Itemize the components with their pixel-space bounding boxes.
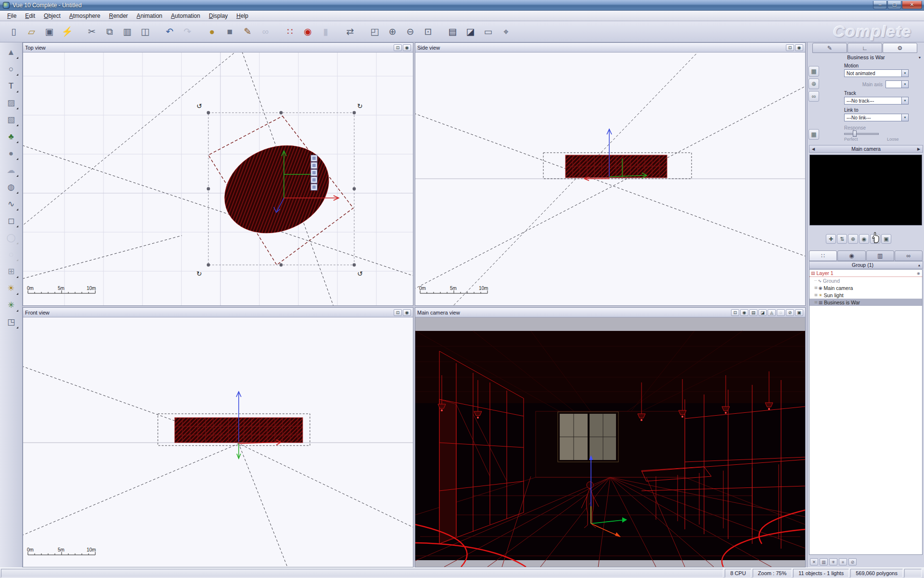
effects-icon[interactable]: ◬ (768, 309, 776, 316)
edit-object-button[interactable]: ✎ (239, 23, 256, 40)
menu-item[interactable]: Help (232, 11, 253, 21)
grid-toggle-icon[interactable]: ◌ (777, 309, 785, 316)
menu-item[interactable]: File (3, 11, 21, 21)
sphere-tool[interactable]: ○ (2, 61, 20, 78)
vegetation-tool[interactable]: ♣ (2, 128, 20, 145)
open-button[interactable]: ▱ (23, 23, 40, 40)
expand-icon[interactable]: ⊞ (814, 300, 818, 304)
collapse-icon[interactable]: ▴ (916, 263, 923, 267)
tree-item-main-camera[interactable]: ⊞ ◉ Main camera (809, 284, 922, 291)
render-button[interactable]: ◉ (299, 23, 316, 40)
light-tool[interactable]: ☀ (2, 280, 20, 297)
unlink-button[interactable]: ∞ (257, 23, 274, 40)
menu-item[interactable]: Render (104, 11, 132, 21)
render-viewport-icon[interactable]: ◉ (740, 309, 748, 316)
list-icon[interactable]: ≡ (839, 558, 847, 565)
tree-item-ground[interactable]: ┈ ∿ Ground (809, 277, 922, 284)
add-sphere-button[interactable]: ● (204, 23, 220, 40)
menu-item[interactable]: Automation (167, 11, 205, 21)
zoom-preview-icon[interactable]: ⊕ (848, 234, 858, 244)
material-icon[interactable]: ▦ (808, 66, 819, 77)
render-area-button[interactable]: ▭ (480, 23, 497, 40)
save-view-icon[interactable]: ▣ (881, 234, 891, 244)
display-mode-icon[interactable]: ▤ (749, 309, 757, 316)
camera-viewport-titlebar[interactable]: Main camera view ⊡◉▤◪◬◌⊘▣ (415, 308, 805, 317)
viewport-options-icon[interactable]: ◉ (403, 44, 411, 51)
text-tool[interactable]: T (2, 78, 20, 94)
delete-icon[interactable]: ✕ (810, 558, 818, 565)
metacloud-tool[interactable]: ☁ (2, 162, 20, 179)
menu-item[interactable]: Object (39, 11, 65, 21)
lock-icon[interactable]: ⊘ (848, 558, 857, 565)
track-dropdown[interactable]: ---No track--- ▼ (844, 97, 909, 105)
snapshot-button[interactable]: ⌖ (498, 23, 514, 40)
display-options-button[interactable]: ∷ (282, 23, 298, 40)
planet-tool[interactable]: ◯ (2, 229, 20, 246)
next-camera-icon[interactable]: ▶ (915, 147, 923, 151)
front-view-canvas[interactable]: 0m 5m 10m (23, 317, 413, 567)
maximize-viewport-icon[interactable]: ⊡ (731, 309, 739, 316)
render-options-button[interactable]: ▤ (444, 23, 461, 40)
selected-object-side[interactable] (565, 155, 667, 178)
tree-item-business-is-war[interactable]: ⊞ ▦ Business is War (809, 299, 922, 306)
links-tab[interactable]: ∞ (895, 250, 923, 261)
menu-item[interactable]: Atmosphere (65, 11, 105, 21)
rock-tool[interactable]: ● (2, 145, 20, 162)
dropdown-arrow-icon[interactable]: ▼ (901, 97, 908, 104)
cut-button[interactable]: ✂ (83, 23, 100, 40)
tree-item-sun-light[interactable]: ⊞ ☀ Sun light (809, 291, 922, 299)
motion-dropdown[interactable]: Not animated ▼ (844, 69, 909, 77)
pan-icon[interactable]: ⇅ (837, 234, 847, 244)
response-slider[interactable] (844, 133, 879, 135)
lock-view-icon[interactable]: ⊘ (786, 309, 794, 316)
new-scene-button[interactable]: ▯ (5, 23, 22, 40)
camera-target-tool[interactable]: ◳ (2, 314, 20, 330)
numerics-tab[interactable]: ∟ (847, 43, 882, 53)
fit-view-button[interactable]: ⊡ (420, 23, 436, 40)
maximize-viewport-icon[interactable]: ⊡ (394, 44, 402, 51)
top-view-canvas[interactable]: ↺↻ ↻↺ (23, 53, 413, 305)
render-display-button[interactable]: ▮ (317, 23, 334, 40)
expand-icon[interactable]: ⊞ (814, 293, 818, 297)
pan-hand-icon[interactable]: ✚ (826, 234, 836, 244)
constraint-toolbar[interactable] (311, 155, 317, 190)
aspect-tab[interactable]: ✎ (812, 43, 847, 53)
library-tab[interactable]: ▥ (866, 250, 894, 261)
camera-preview[interactable] (809, 155, 922, 225)
save-button[interactable]: ▣ (41, 23, 58, 40)
undo-button[interactable]: ↶ (161, 23, 178, 40)
title-bar[interactable]: Vue 10 Complete - Untitled – ▢ ✕ (0, 0, 924, 11)
camera-view-canvas[interactable] (415, 317, 805, 567)
tree-item-layer[interactable]: ▤ Layer 1 ◉ (809, 270, 922, 277)
zoom-in-button[interactable]: ⊕ (384, 23, 401, 40)
heightfield-tool[interactable]: ▧ (2, 111, 20, 128)
menu-item[interactable]: Animation (132, 11, 167, 21)
objects-tab[interactable]: ∷ (809, 250, 837, 261)
terrain-tool[interactable]: ▲ (2, 44, 20, 61)
maximize-viewport-icon[interactable]: ⊡ (394, 309, 402, 316)
viewport-options-icon[interactable]: ◉ (795, 44, 803, 51)
metablob-tool[interactable]: ◍ (2, 179, 20, 196)
object-select-dropdown-icon[interactable]: ▾ (919, 55, 921, 60)
cloud-layer-tool[interactable]: ◌ (2, 246, 20, 263)
link-icon[interactable]: ∞ (808, 91, 819, 102)
visibility-icon[interactable]: ◉ (917, 271, 920, 276)
expand-icon[interactable]: ⊞ (814, 286, 818, 290)
materials-tab[interactable]: ◉ (837, 250, 865, 261)
save-view-icon[interactable]: ▣ (795, 309, 803, 316)
autosave-button[interactable]: ⚡ (59, 23, 76, 40)
zoom-region-button[interactable]: ◰ (366, 23, 383, 40)
maximize-viewport-icon[interactable]: ⊡ (786, 44, 794, 51)
shaded-mode-icon[interactable]: ◪ (758, 309, 767, 316)
response-slider-thumb[interactable] (853, 131, 857, 137)
add-layer-icon[interactable]: ▥ (820, 558, 828, 565)
redo-button[interactable]: ↷ (179, 23, 196, 40)
ecosystem-tool[interactable]: ✳ (2, 297, 20, 314)
flip-button[interactable]: ⇄ (342, 23, 359, 40)
side-view-canvas[interactable]: 0m 5m 10m (415, 53, 805, 305)
maximize-button[interactable]: ▢ (887, 1, 901, 9)
primitive-tool[interactable]: ◻ (2, 212, 20, 229)
dropdown-arrow-icon[interactable]: ▼ (901, 70, 908, 77)
group-tool[interactable]: ⊞ (2, 263, 20, 280)
duplicate-button[interactable]: ◫ (137, 23, 154, 40)
